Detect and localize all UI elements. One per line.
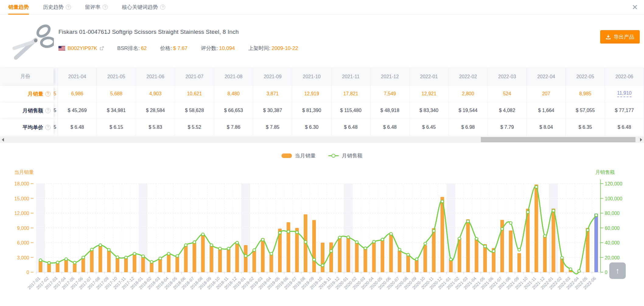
left-axis-label: 9,000: [17, 226, 29, 231]
asin-link[interactable]: B002YIP97K: [68, 45, 97, 51]
line-marker: [595, 214, 597, 216]
sales-bar: [517, 253, 521, 272]
right-axis-label: 60,000: [605, 226, 620, 231]
line-marker: [552, 209, 555, 212]
product-stat-2: 评分数:10,094: [201, 45, 235, 52]
scroll-left-arrow-icon[interactable]: [2, 138, 4, 142]
table-horizontal-scrollbar[interactable]: [0, 136, 644, 143]
help-icon[interactable]: ?: [45, 108, 51, 113]
line-marker: [56, 261, 59, 264]
sales-bar: [210, 246, 213, 272]
line-marker: [167, 252, 170, 255]
help-icon[interactable]: ?: [66, 5, 71, 10]
table-header-cell: 2021-05: [97, 68, 136, 85]
line-marker: [201, 233, 204, 236]
sales-bar: [466, 219, 470, 272]
sales-bar: [355, 242, 359, 272]
table-header-cell: 2022-05: [566, 68, 605, 85]
right-axis-label: 80,000: [605, 211, 620, 216]
left-axis-label: 12,000: [14, 211, 29, 216]
line-marker: [398, 248, 401, 251]
line-marker: [578, 269, 580, 272]
table-cell: 2,800: [449, 86, 488, 102]
help-icon[interactable]: ?: [45, 125, 51, 130]
table-cell: $ 6.98: [449, 119, 488, 135]
table-cell[interactable]: 11,910: [605, 86, 644, 102]
tab-2[interactable]: 留评率?: [85, 0, 108, 15]
table-cell: 4,903: [136, 86, 175, 102]
external-link-icon[interactable]: [100, 46, 104, 51]
table-cell: $ 5.52: [175, 119, 214, 135]
line-marker: [364, 247, 367, 250]
line-marker: [415, 258, 418, 261]
line-marker: [544, 235, 546, 237]
export-product-button[interactable]: 导出产品: [600, 30, 640, 44]
sales-bar: [133, 254, 136, 272]
table-header-cell: 2021-06: [136, 68, 175, 85]
sales-bar: [64, 260, 68, 272]
sales-bar: [252, 250, 256, 272]
legend-item-bar[interactable]: 当月销量: [282, 152, 316, 159]
table-cell: $ 1,664: [527, 102, 566, 119]
sales-bar: [321, 243, 324, 272]
table-cell: $ 6.35: [566, 119, 605, 135]
line-marker: [39, 259, 42, 262]
line-marker: [90, 248, 93, 251]
scroll-to-top-button[interactable]: ↑: [609, 262, 626, 279]
sales-bar: [415, 260, 418, 272]
table-header-cell: 2022-04: [527, 68, 566, 85]
close-icon[interactable]: ✕: [632, 4, 638, 11]
help-icon[interactable]: ?: [45, 91, 51, 97]
line-marker: [124, 256, 127, 259]
line-marker: [569, 268, 572, 271]
sales-bar: [534, 185, 538, 272]
sales-bar: [329, 242, 333, 272]
sales-bar: [39, 261, 42, 272]
line-marker: [432, 230, 435, 232]
help-icon[interactable]: ?: [103, 5, 108, 10]
table-cell: 207: [527, 86, 566, 102]
tab-0[interactable]: 销量趋势: [8, 0, 29, 15]
tab-3[interactable]: 核心关键词趋势?: [122, 0, 165, 15]
line-marker: [441, 200, 444, 203]
scroll-right-arrow-icon[interactable]: [640, 138, 642, 142]
table-header-cell: 2022-01: [410, 68, 449, 85]
right-axis-label: 20,000: [605, 255, 620, 260]
line-marker: [313, 258, 315, 261]
table-cell: $ 7.85: [253, 119, 292, 135]
scrollbar-thumb[interactable]: [481, 137, 635, 142]
table-cell: 8,985: [566, 86, 605, 102]
table-cell: $ 28,584: [136, 102, 175, 119]
legend-item-line[interactable]: 月销售额: [328, 152, 362, 159]
left-axis-label: 0: [26, 270, 29, 275]
tab-label: 销量趋势: [8, 4, 29, 11]
line-marker: [133, 252, 136, 255]
tab-label: 留评率: [85, 4, 100, 11]
clipped-month-cell: $ 68,905: [54, 102, 58, 119]
left-axis-title: 当月销量: [14, 169, 34, 176]
sales-bar: [389, 234, 393, 272]
row-label-2: 平均单价?: [0, 119, 54, 135]
sales-bar: [244, 245, 247, 272]
table-cell: 524: [488, 86, 527, 102]
table-header-cell: 2022-02: [449, 68, 488, 85]
legend-label: 当月销量: [295, 152, 316, 159]
sales-bar: [73, 263, 76, 272]
help-icon[interactable]: ?: [160, 5, 165, 10]
right-axis-title: 月销售额: [595, 169, 615, 176]
tab-1[interactable]: 历史趋势?: [43, 0, 71, 15]
line-marker: [261, 238, 264, 241]
left-axis-label: 15,000: [14, 196, 29, 201]
monthly-data-table: 月份2021-042021-052021-062021-072021-08202…: [0, 68, 644, 136]
sales-bar: [449, 260, 453, 272]
table-cell: $ 48,918: [370, 102, 409, 119]
sales-bar: [56, 263, 59, 272]
table-row-1: 月销售额?$ 68,905$ 45,269$ 34,981$ 28,584$ 5…: [0, 102, 644, 119]
sales-bar: [141, 256, 145, 272]
table-cell: $ 57,055: [566, 102, 605, 119]
sales-bar: [150, 262, 153, 272]
table-cell: $ 77,177: [605, 102, 644, 119]
line-marker: [193, 241, 196, 244]
sales-bar: [406, 255, 410, 272]
sales-bar: [364, 248, 367, 272]
